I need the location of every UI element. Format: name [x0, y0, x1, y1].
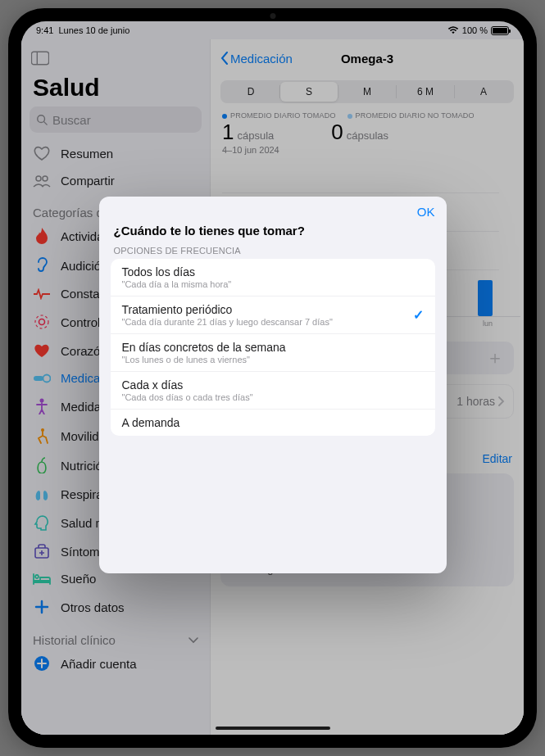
- option-desc: "Cada dos días o cada tres días": [122, 392, 253, 402]
- frequency-modal: OK ¿Cuándo te lo tienes que tomar? OPCIO…: [99, 197, 447, 573]
- frequency-option-0[interactable]: Todos los días"Cada día a la misma hora": [111, 259, 435, 297]
- option-desc: "Los lunes o de lunes a viernes": [122, 355, 286, 364]
- frequency-option-4[interactable]: A demanda: [111, 410, 435, 436]
- option-title: Cada x días: [122, 378, 253, 392]
- option-title: Todos los días: [122, 265, 232, 278]
- frequency-options: Todos los días"Cada día a la misma hora"…: [111, 259, 435, 436]
- screen: 9:41 Lunes 10 de junio 100 % Salud: [21, 21, 524, 735]
- option-title: En días concretos de la semana: [122, 341, 286, 354]
- ok-button[interactable]: OK: [417, 205, 435, 219]
- home-indicator[interactable]: [216, 727, 330, 730]
- frequency-option-3[interactable]: Cada x días"Cada dos días o cada tres dí…: [111, 372, 435, 410]
- modal-section-label: OPCIONES DE FRECUENCIA: [99, 246, 447, 259]
- modal-title: ¿Cuándo te lo tienes que tomar?: [99, 219, 447, 246]
- checkmark-icon: ✓: [413, 307, 424, 323]
- camera-dot: [270, 13, 275, 19]
- option-desc: "Cada día durante 21 días y luego descan…: [122, 317, 333, 327]
- ipad-frame: 9:41 Lunes 10 de junio 100 % Salud: [8, 8, 537, 748]
- frequency-option-2[interactable]: En días concretos de la semana"Los lunes…: [111, 334, 435, 372]
- option-title: Tratamiento periódico: [122, 303, 333, 316]
- option-title: A demanda: [122, 416, 180, 429]
- frequency-option-1[interactable]: Tratamiento periódico"Cada día durante 2…: [111, 297, 435, 334]
- option-desc: "Cada día a la misma hora": [122, 279, 232, 289]
